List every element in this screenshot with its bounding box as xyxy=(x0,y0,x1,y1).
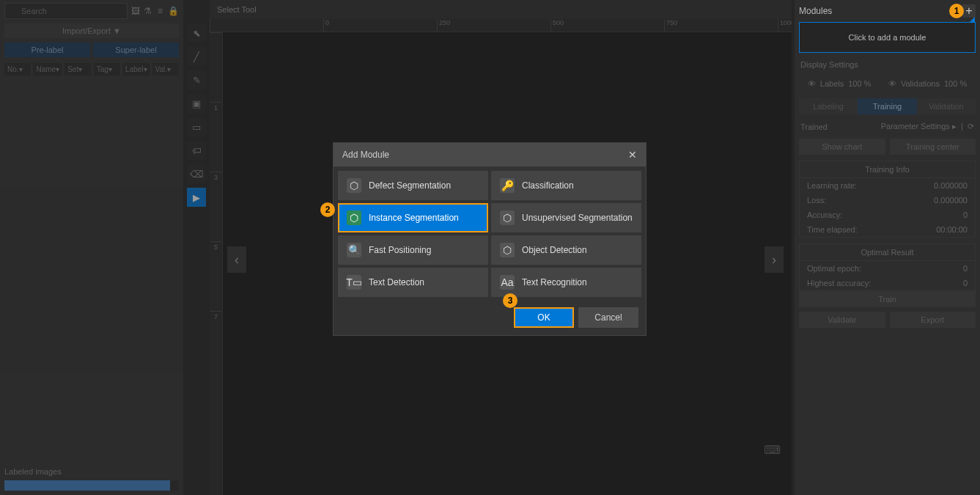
annotation-badge-1: 1 xyxy=(949,4,964,18)
module-text-recognition[interactable]: AaText Recognition xyxy=(491,268,641,297)
annotation-badge-2: 2 xyxy=(320,202,335,217)
module-defect-segmentation[interactable]: ⬡Defect Segmentation xyxy=(338,171,488,200)
key-icon: 🔑 xyxy=(500,178,515,193)
add-module-dialog: Add Module ✕ ⬡Defect Segmentation 🔑Class… xyxy=(333,142,646,336)
annotation-badge-3: 3 xyxy=(503,293,517,308)
cancel-button[interactable]: Cancel xyxy=(578,307,638,328)
hexagon-icon: ⬡ xyxy=(347,210,361,225)
module-unsupervised-segmentation[interactable]: ⬡Unsupervised Segmentation xyxy=(491,203,641,232)
text-icon: Aa xyxy=(500,275,515,290)
magnifier-icon: 🔍 xyxy=(347,243,361,257)
hexagon-icon: ⬡ xyxy=(347,178,361,193)
module-classification[interactable]: 🔑Classification xyxy=(491,171,641,200)
module-fast-positioning[interactable]: 🔍Fast Positioning xyxy=(338,235,488,265)
modal-overlay: Add Module ✕ ⬡Defect Segmentation 🔑Class… xyxy=(0,0,980,495)
hexagon-icon: ⬡ xyxy=(500,243,515,257)
module-text-detection[interactable]: T▭Text Detection xyxy=(338,268,488,297)
ok-button[interactable]: OK xyxy=(514,307,574,328)
module-instance-segmentation[interactable]: ⬡Instance Segmentation xyxy=(338,203,488,232)
close-icon[interactable]: ✕ xyxy=(628,149,637,161)
hexagon-icon: ⬡ xyxy=(500,210,515,225)
dialog-title: Add Module xyxy=(342,150,389,160)
text-box-icon: T▭ xyxy=(347,275,361,290)
module-object-detection[interactable]: ⬡Object Detection xyxy=(491,235,641,265)
